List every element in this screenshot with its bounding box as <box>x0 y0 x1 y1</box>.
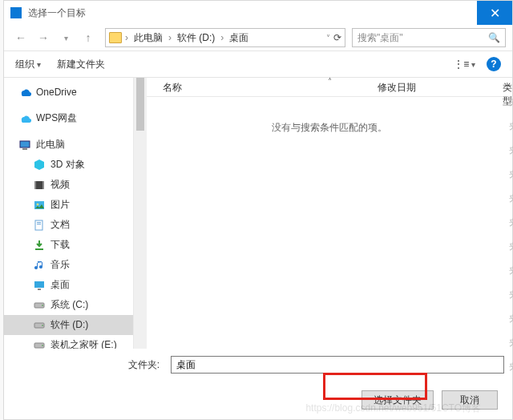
nav-item-0[interactable]: OneDrive <box>4 83 133 102</box>
refresh-button[interactable]: ⟳ <box>333 32 341 43</box>
nav-row: ← → ▾ ↑ › 此电脑 › 软件 (D:) › 桌面 ˅ ⟳ 搜索"桌面" … <box>4 25 512 50</box>
cancel-button[interactable]: 取消 <box>442 390 498 410</box>
nav-item-7[interactable]: 下载 <box>4 235 133 255</box>
breadcrumb[interactable]: 桌面 <box>227 30 251 46</box>
window-title: 选择一个目标 <box>28 6 86 20</box>
search-placeholder: 搜索"桌面" <box>357 31 403 45</box>
nav-item-3[interactable]: 3D 对象 <box>4 155 133 175</box>
desktop-icon <box>33 279 46 292</box>
background-hints: 夹夹夹夹夹夹夹夹夹夹夹夹 <box>509 96 513 385</box>
filename-label: 文件夹: <box>4 358 164 372</box>
drive-icon <box>33 339 46 349</box>
nav-item-12[interactable]: 装机之家呀 (E:) <box>4 335 133 349</box>
nav-item-4[interactable]: 视频 <box>4 175 133 195</box>
col-name[interactable]: 名称 <box>163 81 182 95</box>
svg-rect-3 <box>34 181 36 189</box>
close-button[interactable]: ✕ <box>477 1 512 25</box>
nav-item-label: 音乐 <box>50 258 70 272</box>
breadcrumb[interactable]: 软件 (D:) <box>175 30 217 46</box>
svg-rect-11 <box>34 281 44 288</box>
svg-rect-7 <box>35 220 42 230</box>
nav-item-label: WPS网盘 <box>36 111 77 125</box>
new-folder-button[interactable]: 新建文件夹 <box>57 58 105 71</box>
music-icon <box>33 259 46 272</box>
column-headers: ˄ 名称 修改日期 类型 <box>147 78 512 97</box>
svg-rect-9 <box>37 224 41 224</box>
main-area: OneDriveWPS网盘此电脑3D 对象视频图片文档下载音乐桌面系统 (C:)… <box>4 78 512 349</box>
pc-icon <box>18 139 31 151</box>
address-dropdown[interactable]: ˅ <box>326 34 330 42</box>
nav-item-label: 文档 <box>50 218 70 232</box>
nav-item-1[interactable]: WPS网盘 <box>4 108 133 128</box>
forward-button[interactable]: → <box>33 27 54 48</box>
dl-icon <box>33 239 46 252</box>
nav-item-label: 系统 (C:) <box>50 298 88 312</box>
svg-rect-8 <box>37 222 41 223</box>
svg-point-18 <box>42 345 43 346</box>
nav-item-label: OneDrive <box>36 87 77 98</box>
nav-item-8[interactable]: 音乐 <box>4 255 133 275</box>
content-area: ˄ 名称 修改日期 类型 没有与搜索条件匹配的项。 <box>134 78 512 349</box>
nav-item-label: 装机之家呀 (E:) <box>50 338 117 349</box>
nav-item-label: 视频 <box>50 178 70 192</box>
folder-icon <box>109 32 122 43</box>
nav-item-6[interactable]: 文档 <box>4 215 133 235</box>
breadcrumb-sep: › <box>220 32 224 43</box>
address-bar[interactable]: › 此电脑 › 软件 (D:) › 桌面 ˅ ⟳ <box>105 28 345 47</box>
nav-item-11[interactable]: 软件 (D:) <box>4 315 133 335</box>
video-icon <box>33 179 46 192</box>
wps-icon <box>18 112 31 125</box>
nav-item-label: 图片 <box>50 198 70 212</box>
search-icon: 🔍 <box>488 32 500 43</box>
nav-pane[interactable]: OneDriveWPS网盘此电脑3D 对象视频图片文档下载音乐桌面系统 (C:)… <box>4 78 134 349</box>
up-button[interactable]: ↑ <box>78 27 99 48</box>
toolbar: 组织 新建文件夹 ⋮≡ ? <box>4 50 512 78</box>
back-button[interactable]: ← <box>10 27 31 48</box>
cube-icon <box>33 159 46 172</box>
history-dropdown[interactable]: ▾ <box>55 27 76 48</box>
organize-menu[interactable]: 组织 <box>15 58 41 71</box>
nav-item-label: 此电脑 <box>36 138 65 151</box>
help-button[interactable]: ? <box>487 57 501 71</box>
breadcrumb[interactable]: 此电脑 <box>131 30 165 46</box>
nav-item-label: 3D 对象 <box>50 158 85 172</box>
svg-point-16 <box>42 325 43 326</box>
onedrive-icon <box>18 86 31 99</box>
nav-item-5[interactable]: 图片 <box>4 195 133 215</box>
svg-point-14 <box>42 305 43 306</box>
doc-icon <box>33 219 46 232</box>
nav-item-2[interactable]: 此电脑 <box>4 135 133 155</box>
filename-input[interactable] <box>171 356 504 374</box>
app-icon <box>10 7 22 18</box>
search-input[interactable]: 搜索"桌面" 🔍 <box>352 28 506 47</box>
breadcrumb-sep: › <box>168 32 172 43</box>
button-row: 选择文件夹 取消 <box>4 381 512 419</box>
select-folder-button[interactable]: 选择文件夹 <box>362 390 434 410</box>
content-scrollbar[interactable] <box>134 78 147 349</box>
nav-item-10[interactable]: 系统 (C:) <box>4 295 133 315</box>
breadcrumb-sep: › <box>125 32 128 43</box>
col-date[interactable]: 修改日期 <box>378 81 416 95</box>
svg-rect-1 <box>22 148 27 150</box>
svg-point-6 <box>37 203 39 205</box>
drive-icon <box>33 319 46 332</box>
empty-message: 没有与搜索条件匹配的项。 <box>147 97 512 349</box>
titlebar: 选择一个目标 ✕ <box>4 1 512 25</box>
svg-rect-10 <box>35 248 43 250</box>
nav-item-label: 下载 <box>50 238 70 252</box>
svg-rect-4 <box>42 181 44 189</box>
sort-caret-icon: ˄ <box>328 77 332 86</box>
nav-item-label: 桌面 <box>50 278 70 292</box>
drive-icon <box>33 299 46 312</box>
svg-rect-12 <box>38 289 41 290</box>
nav-item-label: 软件 (D:) <box>50 318 88 332</box>
filename-row: 文件夹: <box>4 349 512 381</box>
view-button[interactable]: ⋮≡ <box>454 59 475 70</box>
nav-item-9[interactable]: 桌面 <box>4 275 133 295</box>
svg-rect-0 <box>20 141 30 147</box>
pic-icon <box>33 199 46 212</box>
